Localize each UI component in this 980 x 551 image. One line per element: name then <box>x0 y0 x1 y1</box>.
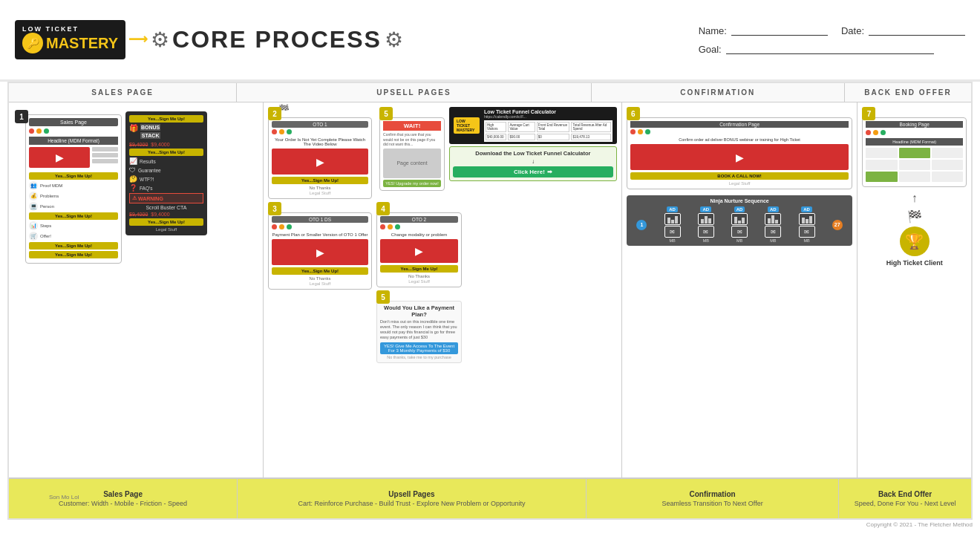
price-new-2: $9,4000 <box>151 212 169 217</box>
payment-cta[interactable]: YES! Give Me Access To The Event For 3 M… <box>380 342 458 354</box>
play-icon-1: ▶ <box>56 151 64 163</box>
bar-4c <box>775 220 778 224</box>
person-text: Person <box>40 204 54 209</box>
gift-icon: 🎁 <box>129 124 138 140</box>
oto-ds-play-icon: ▶ <box>316 247 324 258</box>
footer-sales-title: Sales Page <box>15 490 231 498</box>
bonus-icon-row: 🎁 BONUS STACK <box>129 124 203 140</box>
oto1-dot-g <box>287 129 292 134</box>
download-box: Download the Low Ticket Funnel Calculato… <box>449 146 617 181</box>
results-row: 📈 Results <box>129 157 203 165</box>
nurture-item-4: AD ✉ MB <box>765 206 781 243</box>
proof-text: Proof MDM <box>40 183 62 188</box>
grid-cell-4 <box>866 160 897 170</box>
price-old-2: $9,4000 <box>129 212 148 217</box>
flag-area: 🏁 <box>907 209 922 224</box>
content-area: 1 Sales Page Headline (MDM Format) ▶ <box>9 102 971 477</box>
goal-input[interactable] <box>726 44 934 54</box>
nurture-row: 1 AD ✉ <box>630 206 850 243</box>
badge-1: 1 <box>15 110 28 123</box>
sales-section: 1 Sales Page Headline (MDM Format) ▶ <box>9 102 264 477</box>
wait-cta[interactable]: YES! Upgrade my order now! <box>383 180 441 187</box>
confirm-header: Confirmation Page <box>630 121 849 128</box>
headline-box: Headline (MDM Format) <box>29 137 118 145</box>
main-container: SALES PAGE UPSELL PAGES CONFIRMATION BAC… <box>7 82 973 520</box>
nurture-num-end: 27 <box>832 220 843 230</box>
upsell-section: 2 🏁 OTO 1 Your Order Is Not Yet Complete… <box>264 102 622 477</box>
name-input[interactable] <box>731 25 828 36</box>
oto1-video: ▶ <box>272 149 368 175</box>
oto-ds-no-thanks[interactable]: No Thanks <box>272 276 368 281</box>
envelope-icon-2: ✉ <box>703 229 708 235</box>
results-icon: 📈 <box>129 157 137 165</box>
oto1-mock: OTO 1 Your Order Is Not Yet Complete Ple… <box>268 117 372 199</box>
oto1-dot-r <box>272 129 277 134</box>
oto1-area: 2 🏁 OTO 1 Your Order Is Not Yet Complete… <box>268 107 372 199</box>
upsell-top-row: 2 🏁 OTO 1 Your Order Is Not Yet Complete… <box>268 107 617 199</box>
steps-text: Steps <box>40 224 51 228</box>
nurture-item-3: AD ✉ MB <box>731 206 748 243</box>
cta-btn-1[interactable]: Yes...Sign Me Up! <box>29 172 118 180</box>
section-header-confirmation: CONFIRMATION <box>592 83 845 102</box>
arrow-icon: ➡ <box>547 169 552 175</box>
nurture-item-5: AD ✉ MB <box>799 206 815 243</box>
envelope-icon-5: ✉ <box>804 229 809 235</box>
calculator-area: LOW TICKETMASTERY Low Ticket Funnel Calc… <box>449 107 617 199</box>
click-here-btn[interactable]: Click Here! ➡ <box>453 166 613 177</box>
booking-dots <box>866 130 963 135</box>
bonus-cta-bot[interactable]: Yes...Sign Me Up! <box>129 218 203 226</box>
confirmation-section: 6 Confirmation Page Confirm order ad del… <box>622 102 858 477</box>
oto-ds-legal: Legal Stuff <box>272 281 368 286</box>
oto2-dots <box>380 224 458 229</box>
cta-btn-4[interactable]: Yes...Sign Me Up! <box>29 251 118 258</box>
faqs-icon: ❓ <box>129 184 137 192</box>
wtf-row: 🤔 WTF?! <box>129 175 203 183</box>
bonus-cta-mid[interactable]: Yes...Sign Me Up! <box>129 149 203 156</box>
nurture-item-1: AD ✉ MB <box>664 206 681 243</box>
footer-upsell-sub: Cart: Reinforce Purchase - Build Trust -… <box>244 500 580 507</box>
grid-cell-3 <box>932 148 963 158</box>
mb-label-2: MB <box>703 238 709 243</box>
chart-icon-5 <box>799 213 815 225</box>
wait-text: Confirm that you are that you would not … <box>383 132 441 147</box>
badge-4: 4 <box>376 202 390 215</box>
oto-ds-cta[interactable]: Yes...Sign Me Up! <box>272 267 368 275</box>
booking-headline: Headline (MDM Format) <box>866 138 963 146</box>
calc-title: Low Ticket Funnel Calculator <box>484 109 612 114</box>
browser-dots <box>29 128 118 134</box>
steps-icon: 📊 <box>29 221 38 230</box>
email-icon-1: ✉ <box>664 226 681 238</box>
footer-confirm: Confirmation Seamless Transition To Next… <box>587 479 839 518</box>
payment-no-thanks[interactable]: No thanks, take me to my purchase <box>380 355 458 359</box>
oto2-label: OTO 2 <box>380 216 458 223</box>
oto2-cta[interactable]: Yes...Sign Me Up! <box>380 265 458 273</box>
oto2-text: Change modality or problem <box>380 232 458 237</box>
book-btn[interactable]: BOOK A CALL NOW! <box>630 172 849 180</box>
mb-label-1: MB <box>669 238 675 243</box>
badge-5-pay: 5 <box>376 290 390 304</box>
price-new-1: $9,4000 <box>151 142 169 147</box>
oto1-cta[interactable]: Yes...Sign Me Up! <box>272 177 368 184</box>
video-thumb-1: ▶ <box>29 147 90 168</box>
cta-btn-2[interactable]: Yes...Sign Me Up! <box>29 212 118 220</box>
oto1-no-thanks[interactable]: No Thanks <box>272 186 368 190</box>
guarantee-text: Guarantee <box>138 168 161 173</box>
email-icon-2: ✉ <box>698 226 714 238</box>
oto2-no-thanks[interactable]: No Thanks <box>380 274 458 278</box>
faqs-row: ❓ FAQ's <box>129 184 203 192</box>
date-input[interactable] <box>869 25 965 36</box>
footer-sales: Sales Page Customer: Width - Mobile - Fr… <box>9 479 238 518</box>
oto-ds-label: OTO 1 DS <box>272 216 368 223</box>
cta-btn-3[interactable]: Yes...Sign Me Up! <box>29 242 118 250</box>
warning-icon: ⚠ <box>132 195 137 201</box>
booking-dot-y <box>873 130 878 135</box>
bonus-cta-top[interactable]: Yes...Sign Me Up! <box>129 115 203 123</box>
calc-logo: LOW TICKETMASTERY <box>454 117 480 134</box>
header-arrow: ⟶ <box>128 31 148 48</box>
wtf-text: WTF?! <box>140 177 154 182</box>
oto1-dot-y <box>279 129 284 134</box>
oto2-mock: OTO 2 Change modality or problem ▶ Yes..… <box>376 212 462 287</box>
badge-2: 2 <box>268 107 281 120</box>
oto2-area: 4 OTO 2 Change modality or problem ▶ <box>376 202 462 287</box>
ad-badge-3: AD <box>734 206 745 212</box>
